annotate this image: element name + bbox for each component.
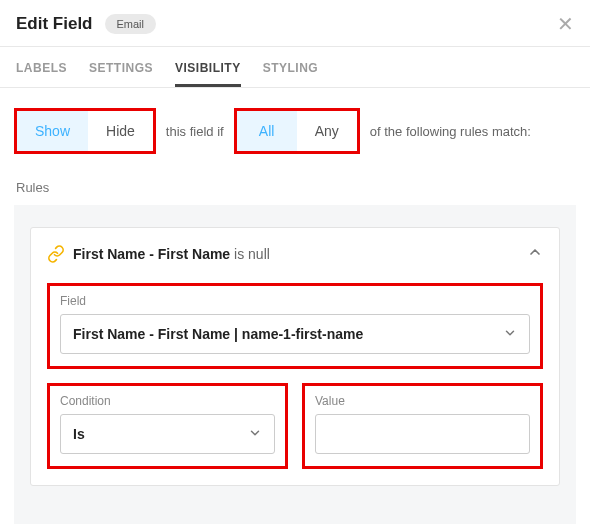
all-button[interactable]: All: [237, 111, 297, 151]
show-hide-toggle: Show Hide: [17, 111, 153, 151]
rule-card: First Name - First Name is null Field Fi…: [30, 227, 560, 486]
value-input[interactable]: [315, 414, 530, 454]
chevron-down-icon: [248, 426, 262, 443]
tab-visibility[interactable]: VISIBILITY: [175, 47, 241, 87]
condition-col: Condition Is: [47, 383, 288, 469]
rules-label: Rules: [14, 180, 576, 195]
field-select-value: First Name - First Name | name-1-first-n…: [73, 326, 363, 342]
tab-labels[interactable]: LABELS: [16, 47, 67, 87]
sentence-tail-text: of the following rules match:: [370, 124, 531, 139]
field-label: Field: [60, 294, 530, 308]
tabs: LABELS SETTINGS VISIBILITY STYLING: [0, 47, 590, 88]
rule-header: First Name - First Name is null: [47, 244, 543, 263]
highlight-condition: Condition Is: [47, 383, 288, 469]
panel-body: Show Hide this field if All Any of the f…: [0, 88, 590, 524]
tab-styling[interactable]: STYLING: [263, 47, 319, 87]
link-icon: [47, 245, 65, 263]
all-any-toggle: All Any: [237, 111, 357, 151]
rule-summary-tail: is null: [230, 246, 270, 262]
show-button[interactable]: Show: [17, 111, 88, 151]
visibility-sentence: Show Hide this field if All Any of the f…: [14, 108, 576, 154]
any-button[interactable]: Any: [297, 111, 357, 151]
value-col: Value: [302, 383, 543, 469]
rule-summary-field: First Name - First Name: [73, 246, 230, 262]
value-label: Value: [315, 394, 530, 408]
tab-settings[interactable]: SETTINGS: [89, 47, 153, 87]
header: Edit Field Email ✕: [0, 0, 590, 46]
rules-area: First Name - First Name is null Field Fi…: [14, 205, 576, 524]
highlight-all-any: All Any: [234, 108, 360, 154]
chevron-up-icon: [527, 244, 543, 260]
collapse-button[interactable]: [527, 244, 543, 263]
field-type-badge: Email: [105, 14, 157, 34]
chevron-down-icon: [503, 326, 517, 343]
hide-button[interactable]: Hide: [88, 111, 153, 151]
page-title: Edit Field: [16, 14, 93, 34]
close-icon[interactable]: ✕: [557, 14, 574, 34]
condition-value-row: Condition Is Value: [47, 383, 543, 469]
condition-select[interactable]: Is: [60, 414, 275, 454]
condition-select-value: Is: [73, 426, 85, 442]
highlight-value: Value: [302, 383, 543, 469]
highlight-field-select: Field First Name - First Name | name-1-f…: [47, 283, 543, 369]
condition-label: Condition: [60, 394, 275, 408]
rule-summary: First Name - First Name is null: [73, 246, 270, 262]
sentence-mid-text: this field if: [166, 124, 224, 139]
highlight-show-hide: Show Hide: [14, 108, 156, 154]
field-select[interactable]: First Name - First Name | name-1-first-n…: [60, 314, 530, 354]
